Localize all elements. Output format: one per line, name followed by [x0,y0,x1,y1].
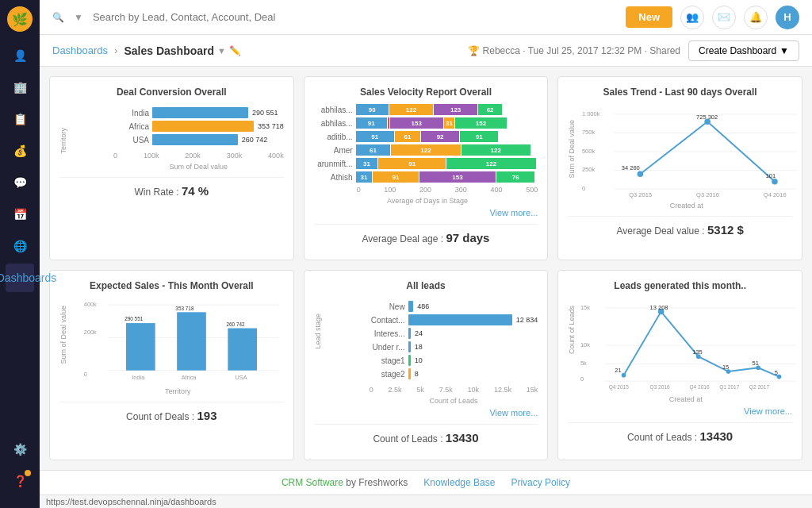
breadcrumb-parent[interactable]: Dashboards [52,44,108,56]
leads-generated-chart: Count of Leads 15k 10k 5k 0 [568,298,792,403]
card-title-sales-velocity: Sales Velocity Report Overall [314,87,538,98]
main-content: 🔍 ▼ New 👥 ✉️ 🔔 H Dashboards › Sales Dash… [40,0,812,508]
svg-text:Q1 2017: Q1 2017 [719,384,740,391]
svg-rect-27 [228,329,257,371]
page-footer: CRM Software by Freshworks Knowledge Bas… [40,470,812,495]
card-title-deal-conversion: Deal Conversion Overall [59,87,284,98]
edit-icon[interactable]: ✏️ [229,45,241,56]
stacked-row-1: abhilas... 91 153 31 152 [317,117,538,129]
app-logo[interactable]: 🌿 [7,6,33,32]
svg-text:135: 135 [693,348,703,356]
sidebar-tooltip-dashboards: Dashboards [0,271,56,284]
view-more-velocity[interactable]: View more... [314,208,538,217]
svg-text:101: 101 [766,172,776,179]
svg-text:400k: 400k [84,301,97,308]
card-title-expected-sales: Expected Sales - This Month Overall [59,280,284,291]
stacked-row-4: arunmift... 31 91 122 [317,158,538,169]
contacts-icon-btn[interactable]: 👥 [680,6,704,29]
dropdown-icon[interactable]: ▼ [217,46,226,56]
sidebar-item-dashboards[interactable]: 📊 Dashboards [6,264,34,292]
card-footer-trend: Average Deal value : 5312 $ [568,216,792,237]
breadcrumb-current: Sales Dashboard ▼ ✏️ [124,44,241,57]
avatar[interactable]: H [776,6,799,29]
status-bar: https://test.devopschennal.ninja/dashboa… [40,495,812,508]
x-axis-trend: Created at [580,202,792,210]
svg-point-10 [638,171,644,177]
sidebar-item-sales[interactable]: 💰 [6,137,34,165]
svg-text:5: 5 [775,369,778,376]
svg-text:200k: 200k [84,329,97,336]
svg-text:Q3 2016: Q3 2016 [650,384,671,391]
user-info: 🏆 Rebecca · Tue Jul 25, 2017 12:32 PM · … [468,45,680,56]
footer-kb-link[interactable]: Knowledge Base [423,477,495,488]
sidebar-item-integrations[interactable]: 🌐 [6,232,34,260]
search-dropdown-icon[interactable]: ▼ [74,12,83,23]
footer-crm-link[interactable]: CRM Software [282,477,343,488]
svg-text:Q4 2016: Q4 2016 [690,384,710,391]
svg-rect-25 [126,323,155,371]
bell-icon-btn[interactable]: 🔔 [744,6,768,29]
svg-text:51: 51 [753,360,759,367]
svg-point-12 [772,179,779,185]
lead-bar-new: New 486 [370,301,538,312]
notification-badge [25,470,31,476]
card-title-leads-generated: Leads generated this month.. [568,280,792,291]
svg-text:34 260: 34 260 [622,164,640,171]
all-leads-chart: Lead stage New 486 Contact... 12 834 [314,298,538,405]
sidebar-item-settings[interactable]: ⚙️ [6,435,34,464]
new-button[interactable]: New [626,6,672,28]
x-axis-leads: Count of Leads [370,397,538,405]
dashboard-grid: Deal Conversion Overall Territory India … [40,67,812,470]
footer-by-text: by Freshworks [346,477,408,488]
svg-text:500k: 500k [582,148,596,155]
create-dashboard-button[interactable]: Create Dashboard ▼ [688,40,799,61]
search-icon: 🔍 [52,12,64,23]
sidebar-item-accounts[interactable]: 🏢 [6,73,34,102]
stacked-row-2: aditib... 91 61 92 91 [317,131,538,142]
svg-rect-26 [177,312,206,370]
card-sales-velocity: Sales Velocity Report Overall abhilas...… [304,76,549,260]
sidebar-item-calendar[interactable]: 📅 [6,200,34,229]
expected-sales-chart: Sum of Deal value 400k 200k 0 290 551 [59,298,284,395]
card-expected-sales: Expected Sales - This Month Overall Sum … [49,270,294,460]
svg-text:15: 15 [722,364,729,371]
sidebar-item-contacts[interactable]: 👤 [6,41,34,70]
svg-text:USA: USA [235,374,247,381]
card-footer-velocity: Average Deal age : 97 days [314,224,538,244]
svg-text:290 551: 290 551 [124,316,144,321]
card-footer-all-leads: Count of Leads : 13430 [314,424,538,444]
chevron-down-icon: ▼ [779,45,789,56]
svg-text:10k: 10k [580,341,590,348]
x-axis-velocity: Average of Days in Stage [317,197,538,205]
x-axis-leads-gen: Created at [579,395,792,403]
card-leads-generated: Leads generated this month.. Count of Le… [557,270,802,460]
breadcrumb-bar: Dashboards › Sales Dashboard ▼ ✏️ 🏆 Rebe… [40,35,812,67]
mail-icon-btn[interactable]: ✉️ [712,6,736,29]
stacked-row-0: abhilas... 90 122 123 62 [317,104,538,115]
svg-point-42 [622,373,626,378]
sidebar-item-deals[interactable]: 📋 [6,105,34,133]
sales-trend-chart: Sum of Deal value 1 000k 750k 500k 250k … [568,104,792,210]
sidebar-item-messages[interactable]: 💬 [6,168,34,197]
svg-text:Q3 2016: Q3 2016 [696,191,719,198]
sidebar: 🌿 👤 🏢 📋 💰 💬 📅 🌐 📊 Dashboards ⚙️ ❓ [0,0,40,508]
footer-pp-link[interactable]: Privacy Policy [511,477,570,488]
sidebar-item-help[interactable]: ❓ [6,467,34,495]
svg-text:Q4 2015: Q4 2015 [609,384,630,391]
lead-bar-under-review: Under r... 18 [370,341,538,352]
svg-text:0: 0 [580,375,584,383]
card-sales-trend: Sales Trend - Last 90 days Overall Sum o… [557,76,802,260]
x-axis-expected: Territory [72,387,284,395]
stacked-row-5: Athish 31 91 153 76 [317,171,538,183]
svg-text:Q3 2015: Q3 2015 [630,191,653,198]
svg-text:15k: 15k [580,304,590,311]
svg-text:13 208: 13 208 [650,304,668,311]
svg-text:1 000k: 1 000k [582,110,600,117]
card-all-leads: All leads Lead stage New 486 Contact... [304,270,549,460]
search-input[interactable] [93,11,331,23]
breadcrumb-actions: 🏆 Rebecca · Tue Jul 25, 2017 12:32 PM · … [468,40,799,61]
view-more-leads[interactable]: View more... [314,408,538,418]
svg-text:260 742: 260 742 [226,321,245,327]
view-more-leads-gen[interactable]: View more... [568,406,792,416]
bar-row-usa: USA 260 742 [113,134,284,145]
